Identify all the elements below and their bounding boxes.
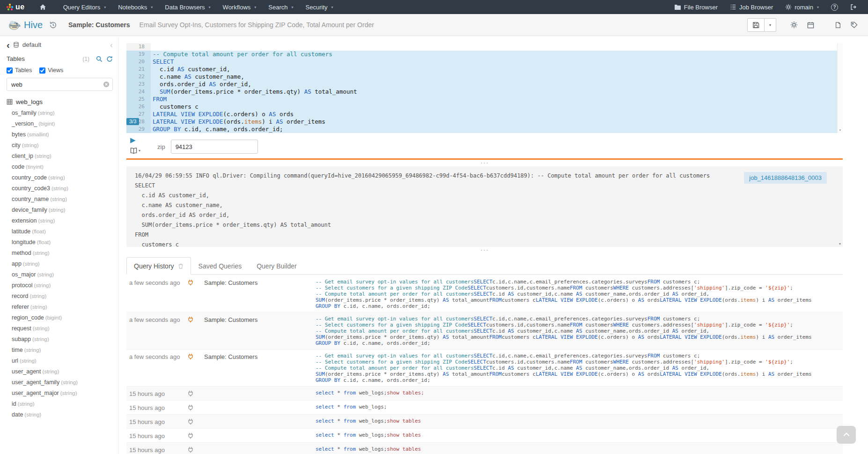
scroll-to-top-button[interactable] — [837, 426, 856, 444]
nav-menu-item[interactable]: Notebooks ▾ — [112, 0, 159, 14]
job-browser-link[interactable]: Job Browser — [724, 0, 779, 14]
column-item[interactable]: latitude(float) — [12, 226, 113, 237]
logout-button[interactable] — [844, 0, 863, 14]
code-lines: 18 19 -- Compute total amount per order … — [126, 43, 843, 133]
hue-brand-text: ue — [15, 3, 25, 11]
hue-logo[interactable]: ue — [6, 0, 30, 14]
scroll-down-icon[interactable]: ▾ — [838, 127, 843, 133]
column-item[interactable]: longitude(float) — [12, 237, 113, 248]
table-search — [7, 78, 113, 91]
history-row[interactable]: 15 hours ago select * from web_logs; — [126, 401, 843, 415]
help-button[interactable]: ? — [825, 0, 844, 14]
tables-checkbox[interactable] — [7, 67, 13, 74]
result-count-badge: 3/3 — [126, 118, 139, 125]
table-icon — [7, 99, 13, 105]
column-item[interactable]: code(tinyint) — [12, 162, 113, 172]
nav-menu-item[interactable]: Data Browsers ▾ — [159, 0, 216, 14]
views-checkbox[interactable] — [39, 67, 45, 74]
new-query-button[interactable] — [833, 20, 843, 30]
column-item[interactable]: country_code(string) — [12, 172, 113, 183]
column-item[interactable]: referer(string) — [12, 302, 113, 313]
database-name[interactable]: default — [22, 41, 42, 48]
job-link[interactable]: job_1461888648136_0003 — [744, 172, 827, 184]
nav-menu-item[interactable]: Workflows ▾ — [217, 0, 263, 14]
refresh-icon[interactable] — [106, 56, 113, 62]
history-row[interactable]: 15 hours ago select * from web_logs;show… — [126, 443, 843, 454]
resize-handle[interactable]: ··· — [126, 160, 843, 165]
log-scrollbar[interactable]: ▾ — [837, 166, 843, 247]
column-item[interactable]: extension(string) — [12, 216, 113, 226]
column-item[interactable]: device_family(string) — [12, 205, 113, 216]
code-editor[interactable]: 18 19 -- Compute total amount per order … — [126, 43, 843, 133]
column-list: os_family(string) _version_(bigint) byte… — [7, 108, 113, 420]
nav-menu-item[interactable]: Query Editors ▾ — [57, 0, 112, 14]
column-item[interactable]: date(string) — [12, 409, 113, 420]
column-item[interactable]: request(string) — [12, 323, 113, 334]
back-icon[interactable]: ‹ — [7, 42, 10, 48]
execute-button[interactable]: ▶ — [130, 136, 140, 144]
column-item[interactable]: record(string) — [12, 291, 113, 302]
clear-history-icon[interactable] — [178, 263, 184, 269]
nav-menu-item[interactable]: Search ▾ — [262, 0, 299, 14]
history-row[interactable]: 15 hours ago select * from web_logs;show… — [126, 429, 843, 443]
user-gear-icon — [785, 4, 792, 10]
code-line: 27 LATERAL VIEW EXPLODE(c.orders) o AS o… — [126, 111, 843, 118]
column-item[interactable]: user_agent(string) — [12, 366, 113, 377]
history-row[interactable]: a few seconds ago Sample: Customers -- G… — [126, 313, 843, 350]
collapse-panel-icon[interactable]: ‹ — [110, 42, 113, 48]
column-item[interactable]: time(string) — [12, 345, 113, 356]
column-item[interactable]: url(string) — [12, 356, 113, 366]
user-menu[interactable]: romain ▾ — [779, 0, 825, 14]
home-button[interactable] — [33, 0, 52, 14]
column-item[interactable]: user_agent_major(string) — [12, 388, 113, 399]
history-row[interactable]: 15 hours ago select * from web_logs;show… — [126, 387, 843, 401]
history-time: 15 hours ago — [126, 404, 187, 411]
file-browser-link[interactable]: File Browser — [668, 0, 724, 14]
clear-search-icon[interactable] — [103, 81, 110, 88]
code-line: 29 GROUP BY c.id, c.name, ords.order_id; — [126, 126, 843, 133]
filter-tables[interactable]: Tables — [7, 67, 32, 74]
column-item[interactable]: country_name(string) — [12, 194, 113, 205]
search-icon[interactable] — [96, 56, 103, 62]
column-item[interactable]: user_agent_family(string) — [12, 377, 113, 388]
plug-icon — [187, 279, 204, 286]
column-item[interactable]: id(string) — [12, 399, 113, 409]
history-row[interactable]: a few seconds ago Sample: Customers -- G… — [126, 275, 843, 313]
column-item[interactable]: bytes(smallint) — [12, 129, 113, 140]
history-row[interactable]: a few seconds ago Sample: Customers -- G… — [126, 350, 843, 387]
settings-button[interactable] — [788, 19, 800, 30]
filter-views[interactable]: Views — [39, 67, 63, 74]
table-search-input[interactable] — [7, 78, 113, 91]
chevron-down-icon: ▾ — [104, 5, 106, 9]
history-row[interactable]: 15 hours ago select * from web_logs;show… — [126, 415, 843, 429]
query-history-icon[interactable] — [49, 21, 57, 29]
history-sql: -- Get email survey opt-in values for al… — [316, 353, 843, 383]
column-item[interactable]: client_ip(string) — [12, 151, 113, 162]
column-item[interactable]: app(string) — [12, 259, 113, 269]
tab[interactable]: Saved Queries — [191, 257, 250, 275]
editor-scrollbar[interactable]: ▾ — [837, 43, 843, 133]
column-item[interactable]: os_family(string) — [12, 108, 113, 119]
save-dropdown-button[interactable]: ▾ — [764, 19, 776, 31]
column-item[interactable]: subapp(string) — [12, 334, 113, 345]
resize-handle[interactable]: ··· — [126, 247, 843, 253]
variable-input[interactable] — [171, 140, 258, 154]
column-item[interactable]: protocol(string) — [12, 280, 113, 291]
nav-menu-item[interactable]: Security ▾ — [300, 0, 339, 14]
column-item[interactable]: country_code3(string) — [12, 183, 113, 194]
tags-button[interactable] — [849, 20, 860, 30]
tab[interactable]: Query History — [126, 257, 191, 275]
tab[interactable]: Query Builder — [249, 257, 304, 275]
column-item[interactable]: os_major(string) — [12, 269, 113, 280]
app-name[interactable]: Hive — [24, 20, 43, 30]
reference-button[interactable]: ▾ — [130, 148, 151, 154]
column-item[interactable]: _version_(bigint) — [12, 119, 113, 129]
save-button[interactable] — [748, 19, 764, 31]
history-sql: select * from web_logs; — [316, 404, 843, 410]
schedule-button[interactable] — [805, 20, 816, 30]
scroll-down-icon[interactable]: ▾ — [837, 241, 843, 247]
column-item[interactable]: city(string) — [12, 140, 113, 151]
column-item[interactable]: method(string) — [12, 248, 113, 259]
table-item[interactable]: web_logs — [7, 98, 113, 105]
column-item[interactable]: region_code(bigint) — [12, 313, 113, 323]
